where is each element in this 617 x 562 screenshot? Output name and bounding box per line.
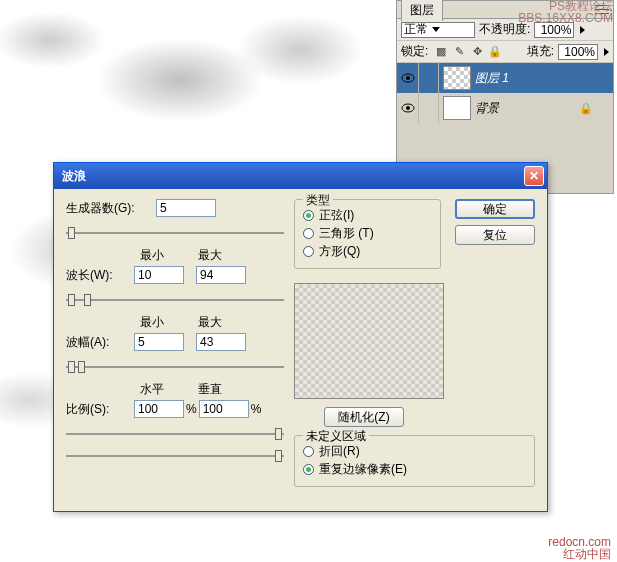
lock-label: 锁定: [401, 43, 428, 60]
randomize-button[interactable]: 随机化(Z) [324, 407, 404, 427]
layer-row[interactable]: 背景 🔒 [397, 93, 613, 123]
scale-horiz-input[interactable] [134, 400, 184, 418]
layer-thumbnail[interactable] [443, 66, 471, 90]
fill-input[interactable]: 100% [558, 44, 598, 60]
watermark-top: PS教程论坛 BBS.16XX8.COM [518, 0, 613, 24]
lock-paint-icon[interactable]: ✎ [452, 45, 466, 59]
undef-legend: 未定义区域 [303, 428, 369, 445]
lock-all-icon[interactable]: 🔒 [488, 45, 502, 59]
layer-thumbnail[interactable] [443, 96, 471, 120]
ok-button[interactable]: 确定 [455, 199, 535, 219]
generators-input[interactable] [156, 199, 216, 217]
amplitude-slider[interactable] [66, 359, 284, 375]
amplitude-label: 波幅(A): [66, 334, 134, 351]
radio-icon [303, 228, 314, 239]
chevron-down-icon [432, 27, 440, 32]
lock-indicator-icon: 🔒 [579, 102, 593, 115]
dialog-title: 波浪 [62, 168, 86, 185]
wave-dialog: 波浪 ✕ 生成器数(G): 最小最大 波长(W): 最小最大 波幅(A): [53, 162, 548, 512]
wavelength-min-input[interactable] [134, 266, 184, 284]
svg-point-1 [406, 76, 410, 80]
svg-point-3 [406, 106, 410, 110]
max-header: 最大 [198, 314, 222, 331]
layers-tab[interactable]: 图层 [401, 0, 443, 21]
amplitude-max-input[interactable] [196, 333, 246, 351]
generators-slider[interactable] [66, 225, 284, 241]
radio-icon [303, 464, 314, 475]
vert-header: 垂直 [198, 381, 222, 398]
min-header: 最小 [140, 247, 164, 264]
layer-row[interactable]: 图层 1 [397, 63, 613, 93]
eye-icon [401, 103, 415, 113]
radio-icon [303, 246, 314, 257]
wavelength-max-input[interactable] [196, 266, 246, 284]
undef-repeat-radio[interactable]: 重复边缘像素(E) [303, 460, 526, 478]
scale-label: 比例(S): [66, 401, 134, 418]
generators-label: 生成器数(G): [66, 200, 156, 217]
reset-button[interactable]: 复位 [455, 225, 535, 245]
fill-label: 填充: [527, 43, 554, 60]
layer-name[interactable]: 图层 1 [475, 70, 509, 87]
amplitude-min-input[interactable] [134, 333, 184, 351]
scale-vert-slider[interactable] [66, 448, 284, 464]
link-column[interactable] [419, 63, 439, 93]
type-group: 类型 正弦(I) 三角形 (T) 方形(Q) [294, 199, 441, 269]
close-button[interactable]: ✕ [524, 166, 544, 186]
eye-icon [401, 73, 415, 83]
dialog-titlebar[interactable]: 波浪 ✕ [54, 163, 547, 189]
type-square-radio[interactable]: 方形(Q) [303, 242, 432, 260]
scale-horiz-slider[interactable] [66, 426, 284, 442]
visibility-toggle[interactable] [397, 63, 419, 93]
preview-box [294, 283, 444, 399]
radio-icon [303, 210, 314, 221]
link-column[interactable] [419, 93, 439, 123]
layer-name[interactable]: 背景 [475, 100, 499, 117]
watermark-bottom: redocn.com 红动中国 [548, 536, 611, 560]
type-triangle-radio[interactable]: 三角形 (T) [303, 224, 432, 242]
lock-move-icon[interactable]: ✥ [470, 45, 484, 59]
min-header: 最小 [140, 314, 164, 331]
lock-transparent-icon[interactable]: ▩ [434, 45, 448, 59]
blend-mode-select[interactable]: 正常 [401, 22, 475, 38]
undefined-area-group: 未定义区域 折回(R) 重复边缘像素(E) [294, 435, 535, 487]
radio-icon [303, 446, 314, 457]
visibility-toggle[interactable] [397, 93, 419, 123]
scale-vert-input[interactable] [199, 400, 249, 418]
max-header: 最大 [198, 247, 222, 264]
opacity-flyout-icon[interactable] [580, 26, 585, 34]
type-legend: 类型 [303, 192, 333, 209]
horiz-header: 水平 [140, 381, 164, 398]
fill-flyout-icon[interactable] [604, 48, 609, 56]
wavelength-label: 波长(W): [66, 267, 134, 284]
wavelength-slider[interactable] [66, 292, 284, 308]
